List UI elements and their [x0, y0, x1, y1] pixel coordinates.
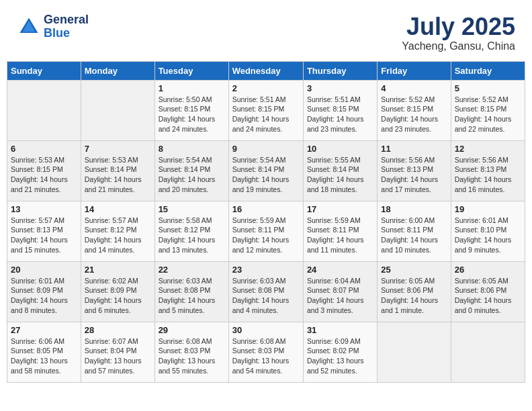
day-info: Sunrise: 5:54 AM Sunset: 8:14 PM Dayligh… — [232, 155, 300, 195]
calendar-cell: 27Sunrise: 6:06 AM Sunset: 8:05 PM Dayli… — [7, 322, 81, 382]
day-number: 31 — [307, 325, 373, 335]
location-title: Yacheng, Gansu, China — [402, 40, 515, 52]
day-info: Sunrise: 5:51 AM Sunset: 8:15 PM Dayligh… — [232, 95, 300, 134]
calendar-cell: 9Sunrise: 5:54 AM Sunset: 8:14 PM Daylig… — [228, 140, 303, 201]
page-header: General Blue July 2025 Yacheng, Gansu, C… — [7, 7, 525, 56]
day-info: Sunrise: 6:03 AM Sunset: 8:08 PM Dayligh… — [232, 276, 300, 316]
day-info: Sunrise: 6:08 AM Sunset: 8:03 PM Dayligh… — [232, 336, 300, 376]
calendar-cell — [81, 80, 154, 140]
day-number: 6 — [11, 144, 77, 154]
day-info: Sunrise: 6:08 AM Sunset: 8:03 PM Dayligh… — [159, 336, 225, 376]
day-number: 19 — [455, 204, 521, 214]
day-number: 15 — [159, 204, 225, 214]
day-info: Sunrise: 5:52 AM Sunset: 8:15 PM Dayligh… — [455, 95, 521, 134]
calendar-cell: 28Sunrise: 6:07 AM Sunset: 8:04 PM Dayli… — [81, 322, 154, 382]
calendar-cell: 13Sunrise: 5:57 AM Sunset: 8:13 PM Dayli… — [7, 201, 81, 261]
day-info: Sunrise: 6:07 AM Sunset: 8:04 PM Dayligh… — [85, 336, 151, 376]
day-number: 25 — [381, 265, 447, 275]
calendar-cell: 5Sunrise: 5:52 AM Sunset: 8:15 PM Daylig… — [451, 80, 525, 140]
calendar-table: SundayMondayTuesdayWednesdayThursdayFrid… — [7, 61, 525, 383]
calendar-cell: 2Sunrise: 5:51 AM Sunset: 8:15 PM Daylig… — [228, 80, 303, 140]
day-info: Sunrise: 5:53 AM Sunset: 8:15 PM Dayligh… — [11, 155, 77, 195]
day-info: Sunrise: 5:53 AM Sunset: 8:14 PM Dayligh… — [85, 155, 151, 195]
calendar-week-5: 27Sunrise: 6:06 AM Sunset: 8:05 PM Dayli… — [7, 322, 525, 382]
calendar-cell: 26Sunrise: 6:05 AM Sunset: 8:06 PM Dayli… — [451, 261, 525, 322]
calendar-cell: 25Sunrise: 6:05 AM Sunset: 8:06 PM Dayli… — [378, 261, 451, 322]
calendar-cell: 8Sunrise: 5:54 AM Sunset: 8:14 PM Daylig… — [154, 140, 228, 201]
day-number: 7 — [85, 144, 151, 154]
day-number: 23 — [232, 265, 300, 275]
calendar-cell: 21Sunrise: 6:02 AM Sunset: 8:09 PM Dayli… — [81, 261, 154, 322]
day-info: Sunrise: 6:05 AM Sunset: 8:06 PM Dayligh… — [455, 276, 521, 316]
calendar-cell: 30Sunrise: 6:08 AM Sunset: 8:03 PM Dayli… — [228, 322, 303, 382]
day-number: 18 — [381, 204, 447, 214]
day-number: 4 — [381, 83, 447, 93]
day-number: 9 — [232, 144, 300, 154]
weekday-header-friday: Friday — [378, 61, 451, 80]
day-number: 12 — [455, 144, 521, 154]
day-info: Sunrise: 6:06 AM Sunset: 8:05 PM Dayligh… — [11, 336, 77, 376]
calendar-cell: 7Sunrise: 5:53 AM Sunset: 8:14 PM Daylig… — [81, 140, 154, 201]
day-number: 30 — [232, 325, 300, 335]
day-number: 24 — [307, 265, 373, 275]
calendar-cell: 1Sunrise: 5:50 AM Sunset: 8:15 PM Daylig… — [154, 80, 228, 140]
calendar-cell: 12Sunrise: 5:56 AM Sunset: 8:13 PM Dayli… — [451, 140, 525, 201]
day-info: Sunrise: 5:58 AM Sunset: 8:12 PM Dayligh… — [159, 216, 225, 255]
day-number: 13 — [11, 204, 77, 214]
day-number: 20 — [11, 265, 77, 275]
calendar-cell: 18Sunrise: 6:00 AM Sunset: 8:11 PM Dayli… — [378, 201, 451, 261]
day-info: Sunrise: 6:09 AM Sunset: 8:02 PM Dayligh… — [307, 336, 373, 376]
day-info: Sunrise: 6:01 AM Sunset: 8:10 PM Dayligh… — [455, 216, 521, 255]
day-info: Sunrise: 5:54 AM Sunset: 8:14 PM Dayligh… — [159, 155, 225, 195]
day-number: 5 — [455, 83, 521, 93]
calendar-cell — [451, 322, 525, 382]
day-info: Sunrise: 6:02 AM Sunset: 8:09 PM Dayligh… — [85, 276, 151, 316]
day-number: 21 — [85, 265, 151, 275]
calendar-cell: 3Sunrise: 5:51 AM Sunset: 8:15 PM Daylig… — [303, 80, 377, 140]
day-info: Sunrise: 5:57 AM Sunset: 8:12 PM Dayligh… — [85, 216, 151, 255]
logo-icon — [17, 15, 41, 39]
day-info: Sunrise: 6:03 AM Sunset: 8:08 PM Dayligh… — [159, 276, 225, 316]
month-title: July 2025 — [402, 13, 515, 40]
logo: General Blue — [17, 13, 89, 40]
calendar-cell: 19Sunrise: 6:01 AM Sunset: 8:10 PM Dayli… — [451, 201, 525, 261]
day-info: Sunrise: 5:55 AM Sunset: 8:14 PM Dayligh… — [307, 155, 373, 195]
day-number: 29 — [159, 325, 225, 335]
calendar-cell: 15Sunrise: 5:58 AM Sunset: 8:12 PM Dayli… — [154, 201, 228, 261]
day-info: Sunrise: 5:51 AM Sunset: 8:15 PM Dayligh… — [307, 95, 373, 134]
day-info: Sunrise: 5:56 AM Sunset: 8:13 PM Dayligh… — [455, 155, 521, 195]
day-info: Sunrise: 5:59 AM Sunset: 8:11 PM Dayligh… — [307, 216, 373, 255]
day-info: Sunrise: 6:04 AM Sunset: 8:07 PM Dayligh… — [307, 276, 373, 316]
weekday-header-monday: Monday — [81, 61, 154, 80]
calendar-cell: 20Sunrise: 6:01 AM Sunset: 8:09 PM Dayli… — [7, 261, 81, 322]
day-number: 17 — [307, 204, 373, 214]
logo-text: General Blue — [44, 13, 89, 40]
calendar-week-3: 13Sunrise: 5:57 AM Sunset: 8:13 PM Dayli… — [7, 201, 525, 261]
calendar-cell: 16Sunrise: 5:59 AM Sunset: 8:11 PM Dayli… — [228, 201, 303, 261]
day-number: 26 — [455, 265, 521, 275]
weekday-header-wednesday: Wednesday — [228, 61, 303, 80]
calendar-cell — [378, 322, 451, 382]
calendar-cell: 23Sunrise: 6:03 AM Sunset: 8:08 PM Dayli… — [228, 261, 303, 322]
calendar-cell: 6Sunrise: 5:53 AM Sunset: 8:15 PM Daylig… — [7, 140, 81, 201]
day-number: 1 — [159, 83, 225, 93]
calendar-cell: 22Sunrise: 6:03 AM Sunset: 8:08 PM Dayli… — [154, 261, 228, 322]
calendar-cell: 17Sunrise: 5:59 AM Sunset: 8:11 PM Dayli… — [303, 201, 377, 261]
day-info: Sunrise: 5:56 AM Sunset: 8:13 PM Dayligh… — [381, 155, 447, 195]
title-block: July 2025 Yacheng, Gansu, China — [402, 13, 515, 52]
day-info: Sunrise: 5:50 AM Sunset: 8:15 PM Dayligh… — [159, 95, 225, 134]
day-number: 8 — [159, 144, 225, 154]
day-info: Sunrise: 5:57 AM Sunset: 8:13 PM Dayligh… — [11, 216, 77, 255]
day-number: 14 — [85, 204, 151, 214]
weekday-header-saturday: Saturday — [451, 61, 525, 80]
calendar-cell — [7, 80, 81, 140]
calendar-cell: 10Sunrise: 5:55 AM Sunset: 8:14 PM Dayli… — [303, 140, 377, 201]
calendar-cell: 29Sunrise: 6:08 AM Sunset: 8:03 PM Dayli… — [154, 322, 228, 382]
day-number: 22 — [159, 265, 225, 275]
day-number: 16 — [232, 204, 300, 214]
day-info: Sunrise: 6:01 AM Sunset: 8:09 PM Dayligh… — [11, 276, 77, 316]
calendar-cell: 31Sunrise: 6:09 AM Sunset: 8:02 PM Dayli… — [303, 322, 377, 382]
weekday-header-sunday: Sunday — [7, 61, 81, 80]
weekday-header-row: SundayMondayTuesdayWednesdayThursdayFrid… — [7, 61, 525, 80]
day-number: 3 — [307, 83, 373, 93]
